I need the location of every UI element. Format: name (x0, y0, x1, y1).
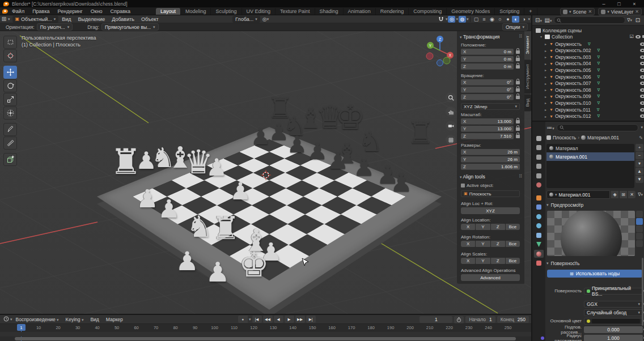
transform-panel-header[interactable]: ▾ Трансформация (460, 34, 499, 40)
cursor-tool-button[interactable] (3, 49, 17, 62)
maximize-button[interactable]: □ (613, 1, 625, 7)
move-slot-down-button[interactable]: ▼ (635, 176, 643, 183)
field-dimensions-z[interactable]: Z1.606 m (461, 164, 520, 170)
remove-slot-button[interactable]: − (635, 152, 643, 159)
orientation-dropdown[interactable]: По умолч...▾ (37, 23, 73, 31)
menu-файл[interactable]: Файл (8, 8, 28, 14)
previous-keyframe-button[interactable]: ◀◀ (263, 316, 273, 323)
preview-flat-button[interactable] (636, 211, 643, 218)
properties-tab-view-layer[interactable] (534, 163, 544, 170)
current-frame-field[interactable]: 1 (420, 316, 452, 323)
breadcrumb-material[interactable]: Материал.001 (587, 135, 619, 140)
hide-viewport-icon[interactable] (640, 56, 644, 59)
chess-piece-black-pawn[interactable]: ♟ (251, 125, 271, 148)
editor-type-icon[interactable]: ⊞ (0, 16, 8, 22)
preview-sphere-button[interactable] (636, 218, 643, 225)
surface-shader-field[interactable]: Принципиальный BS... (584, 288, 643, 295)
timeline-menu-keying[interactable]: Keying ▾ (62, 317, 87, 322)
chess-piece-black-pawn[interactable]: ♟ (307, 140, 328, 163)
workspace-tab-shading[interactable]: Shading (315, 8, 344, 15)
align-location-x-button[interactable]: X (461, 224, 475, 230)
chess-piece-black-pawn[interactable]: ♟ (390, 170, 412, 195)
radius-value-field[interactable]: 1.000 (584, 335, 643, 341)
jump-to-end-button[interactable]: ▶| (306, 316, 316, 323)
lock-location-y-icon[interactable] (516, 58, 520, 61)
align-location-z-button[interactable]: Z (491, 224, 505, 230)
align-scales-x-button[interactable]: X (461, 258, 475, 264)
hide-viewport-icon[interactable] (640, 95, 644, 98)
lock-scale-z-icon[interactable] (516, 135, 520, 138)
chess-piece-black-pawn[interactable]: ♟ (269, 121, 289, 143)
rotate-tool-button[interactable] (3, 79, 17, 92)
measure-tool-button[interactable] (3, 137, 17, 150)
toggle-xray-button[interactable]: ◉ (488, 16, 495, 23)
workspace-tab-geometry-nodes[interactable]: Geometry Nodes (447, 8, 495, 15)
properties-tab-physics[interactable] (534, 222, 544, 230)
outliner-row-окружность-009[interactable]: ▸▼Окружность.009∇ (532, 93, 644, 100)
field-scale-z[interactable]: Z7.510 (461, 133, 520, 139)
pin-id-icon[interactable]: ✎ (639, 135, 643, 140)
properties-tab-output[interactable] (534, 153, 544, 161)
lock-location-x-icon[interactable] (516, 50, 520, 54)
camera-view-button[interactable] (446, 121, 456, 131)
field-dimensions-x[interactable]: X26 m (461, 149, 520, 155)
material-name-field[interactable]: ▾ Материал.001 (546, 190, 610, 199)
hide-viewport-icon[interactable] (640, 82, 644, 85)
axis-z-negative-handle[interactable] (437, 60, 443, 66)
shading-wireframe-button[interactable]: ○ (496, 16, 503, 23)
subsurface-value-field[interactable]: 0.000 (584, 326, 643, 333)
add-slot-button[interactable]: + (635, 144, 643, 151)
advanced-button[interactable]: Advanced (461, 274, 520, 281)
auto-keying-dropdown[interactable]: ▾ (249, 317, 251, 322)
base-color-field[interactable] (584, 318, 643, 325)
align-rotation-все-button[interactable]: Все (506, 241, 520, 247)
properties-scrollbar[interactable] (642, 258, 643, 326)
menu-окно[interactable]: Окно (87, 8, 107, 14)
chess-piece-white-king[interactable]: ♚ (239, 248, 269, 282)
remove-view-layer-icon[interactable]: ✕ (635, 9, 639, 14)
axis-y-negative-handle[interactable] (443, 57, 450, 64)
material-slot-материал[interactable]: Материал (546, 144, 634, 152)
unlink-material-button[interactable]: ✕ (628, 191, 635, 198)
outliner-row-scene-collection[interactable]: Коллекция сцены (532, 27, 644, 33)
preview-monkey-button[interactable] (636, 233, 643, 240)
preview-cube-button[interactable] (636, 225, 643, 232)
outliner-search-input[interactable] (554, 16, 625, 24)
shading-settings-dropdown[interactable]: ▾ (528, 17, 530, 22)
breadcrumb-object[interactable]: Плоскость (553, 135, 576, 140)
chess-piece-white-rook[interactable]: ♜ (110, 144, 142, 180)
hide-viewport-icon[interactable] (640, 69, 644, 72)
properties-tab-object-data[interactable] (534, 241, 544, 249)
scene-selector[interactable]: ▾ Scene ✕ (560, 8, 595, 15)
outliner-row-окружность[interactable]: ▸▼Окружность∇ (532, 41, 644, 47)
drag-dropdown[interactable]: Прямоугольное вы...▾ (101, 23, 159, 31)
align-xyz-button[interactable]: XYZ (461, 207, 520, 214)
shading-solid-button[interactable]: ● (504, 16, 511, 23)
options-dropdown[interactable]: Опции▾ (502, 23, 528, 31)
gizmo-settings-dropdown[interactable]: ▾ (467, 17, 469, 22)
frame-start-field[interactable]: Начало 1 (465, 316, 495, 323)
timeline-ruler[interactable]: 1020304050607080901001101201301401501601… (0, 324, 531, 333)
field-rotation-z[interactable]: Z0° (461, 94, 520, 100)
filter-icon[interactable]: ∇▾ (627, 18, 632, 23)
chess-piece-black-pawn[interactable]: ♟ (287, 133, 307, 156)
workspace-tab-layout[interactable]: Layout (156, 8, 181, 15)
workspace-tab-scripting[interactable]: Scripting (495, 8, 524, 15)
align-location-все-button[interactable]: Все (506, 224, 520, 230)
chess-piece-white-rook[interactable]: ♜ (211, 212, 240, 244)
add-cube-tool-button[interactable] (3, 153, 17, 166)
toggle-orthographic-button[interactable] (446, 135, 456, 145)
nodes-toggle-icon[interactable]: ∇▾ (638, 192, 643, 197)
chess-piece-white-pawn[interactable]: ♟ (205, 258, 230, 285)
close-button[interactable]: × (628, 1, 641, 7)
workspace-tab-compositing[interactable]: Compositing (409, 8, 447, 15)
properties-tab-material[interactable] (534, 250, 544, 258)
preview-panel-header[interactable]: ▾Предпросмотр ⠿ (546, 202, 583, 208)
lock-location-z-icon[interactable] (516, 65, 520, 69)
viewport-menu-добавить[interactable]: Добавить (108, 16, 138, 22)
unlink-scene-icon[interactable]: ✕ (588, 9, 592, 14)
snap-magnet-toggle[interactable] (438, 16, 445, 23)
workspace-tab-texture-paint[interactable]: Texture Paint (276, 8, 315, 15)
use-nodes-button[interactable]: ⊞ Использовать ноды (547, 270, 642, 278)
slot-specials-dropdown[interactable]: ▾ (635, 160, 643, 167)
